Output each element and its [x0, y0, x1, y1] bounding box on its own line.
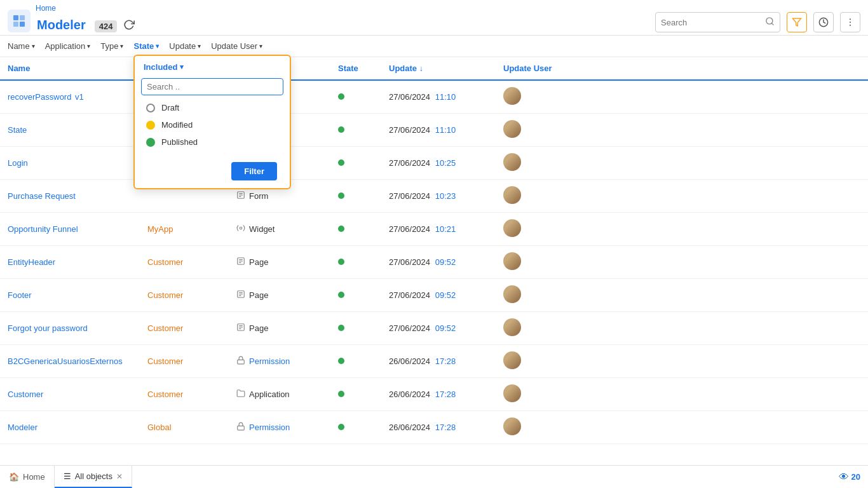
col-state[interactable]: State — [330, 57, 381, 80]
list-icon: ☰ — [64, 471, 71, 481]
cell-application: Customer — [140, 279, 229, 312]
tab-close-icon[interactable]: ✕ — [116, 472, 123, 481]
type-icon — [236, 356, 245, 367]
filter-application[interactable]: Application ▾ — [45, 41, 91, 51]
breadcrumb[interactable]: Home — [36, 4, 56, 13]
cell-update-user — [496, 312, 868, 345]
cell-name: Customer — [0, 378, 140, 411]
avatar — [503, 417, 521, 435]
app-badge: 424 — [95, 20, 118, 32]
state-dot — [338, 126, 344, 133]
cell-name: Login — [0, 147, 140, 180]
col-name[interactable]: Name — [0, 57, 140, 80]
row-name-link[interactable]: Login — [8, 158, 28, 168]
row-app-link[interactable]: Customer — [147, 390, 183, 399]
svg-point-9 — [850, 22, 851, 23]
row-type-link[interactable]: Permission — [249, 356, 290, 366]
row-app-link[interactable]: Global — [147, 423, 172, 432]
update-date: 27/06/2024 10:25 — [389, 158, 456, 168]
svg-rect-34 — [238, 426, 245, 430]
svg-rect-2 — [13, 22, 18, 27]
state-dot — [338, 159, 344, 166]
tab-home[interactable]: 🏠 Home — [0, 466, 55, 488]
cell-application: Customer — [140, 246, 229, 279]
filter-type[interactable]: Type ▾ — [100, 41, 123, 51]
row-app-link[interactable]: Customer — [147, 323, 183, 333]
row-app-link[interactable]: Customer — [147, 257, 183, 267]
row-type-label: Application — [249, 390, 290, 399]
row-name-link[interactable]: Footer — [8, 290, 32, 300]
dropdown-option-published[interactable]: Published — [135, 133, 290, 151]
search-input[interactable] — [661, 18, 763, 27]
table-row: recoverPassword v1Rule27/06/2024 11:10 — [0, 80, 868, 114]
cell-application: Customer — [140, 345, 229, 378]
refresh-button[interactable] — [123, 19, 135, 32]
type-icon — [236, 191, 245, 201]
update-date: 26/06/2024 17:28 — [389, 390, 456, 399]
filter-state[interactable]: State ▾ — [133, 41, 159, 51]
cell-name: Modeler — [0, 411, 140, 444]
avatar — [503, 285, 521, 303]
col-update-user[interactable]: Update User — [496, 57, 868, 80]
cell-update-user — [496, 246, 868, 279]
filter-apply-button[interactable]: Filter — [231, 162, 277, 180]
tab-home-label: Home — [23, 472, 45, 482]
row-app-link[interactable]: Customer — [147, 290, 183, 300]
row-app-link[interactable]: Customer — [147, 356, 183, 366]
update-date: 27/06/2024 09:52 — [389, 257, 456, 267]
history-button[interactable] — [813, 12, 834, 32]
cell-update: 27/06/2024 10:25 — [381, 147, 496, 180]
cell-update-user — [496, 411, 868, 444]
update-time: 10:21 — [433, 224, 456, 234]
filter-update[interactable]: Update ▾ — [169, 41, 201, 51]
row-name-link[interactable]: Forgot your password — [8, 323, 88, 333]
update-arrow-icon: ▾ — [198, 43, 201, 50]
update-time: 17:28 — [433, 356, 456, 366]
filter-name[interactable]: Name ▾ — [8, 41, 35, 51]
row-name-link[interactable]: Opportunity Funnel — [8, 224, 78, 234]
update-time: 17:28 — [433, 390, 456, 399]
cell-update-user — [496, 378, 868, 411]
row-name-link[interactable]: Modeler — [8, 423, 37, 432]
table-row: ModelerGlobalPermission26/06/2024 17:28 — [0, 411, 868, 444]
tab-all-objects[interactable]: ☰ All objects ✕ — [55, 466, 132, 488]
update-date: 26/06/2024 17:28 — [389, 356, 456, 366]
row-type-label: Widget — [249, 224, 275, 234]
row-name-link[interactable]: Purchase Request — [8, 191, 76, 201]
update-time: 10:25 — [433, 158, 456, 168]
cell-application: Customer — [140, 312, 229, 345]
svg-rect-3 — [20, 22, 25, 27]
cell-application: MyApp — [140, 213, 229, 246]
cell-state — [330, 180, 381, 213]
dropdown-search-input[interactable] — [141, 78, 283, 95]
update-date: 27/06/2024 10:21 — [389, 224, 456, 234]
advanced-filter-button[interactable] — [787, 12, 807, 32]
dropdown-option-modified[interactable]: Modified — [135, 116, 290, 133]
cell-update: 26/06/2024 17:28 — [381, 378, 496, 411]
update-time: 11:10 — [433, 92, 456, 102]
cell-state — [330, 279, 381, 312]
col-update[interactable]: Update ↓ — [381, 57, 496, 80]
modified-label: Modified — [161, 120, 193, 130]
type-icon — [236, 224, 245, 234]
row-name-link[interactable]: EntityHeader — [8, 257, 55, 267]
row-name-link[interactable]: Customer — [8, 390, 43, 399]
cell-type: Page — [229, 312, 330, 345]
cell-state — [330, 80, 381, 114]
search-box[interactable] — [655, 12, 780, 32]
cell-name: Footer — [0, 279, 140, 312]
row-type-link[interactable]: Permission — [249, 423, 290, 432]
cell-update-user — [496, 114, 868, 147]
row-name-link[interactable]: State — [8, 125, 27, 135]
cell-state — [330, 411, 381, 444]
filter-update-user[interactable]: Update User ▾ — [211, 41, 262, 51]
dropdown-option-draft[interactable]: Draft — [135, 99, 290, 116]
svg-rect-33 — [238, 360, 245, 363]
more-options-button[interactable] — [840, 12, 860, 32]
cell-state — [330, 378, 381, 411]
row-name-link[interactable]: B2CGenericaUsuariosExternos — [8, 356, 123, 366]
row-name-link[interactable]: recoverPassword — [8, 92, 71, 102]
row-app-link[interactable]: MyApp — [147, 224, 173, 234]
type-icon — [236, 290, 245, 301]
table-container: Name Application Type State Update ↓ Upd… — [0, 57, 868, 465]
